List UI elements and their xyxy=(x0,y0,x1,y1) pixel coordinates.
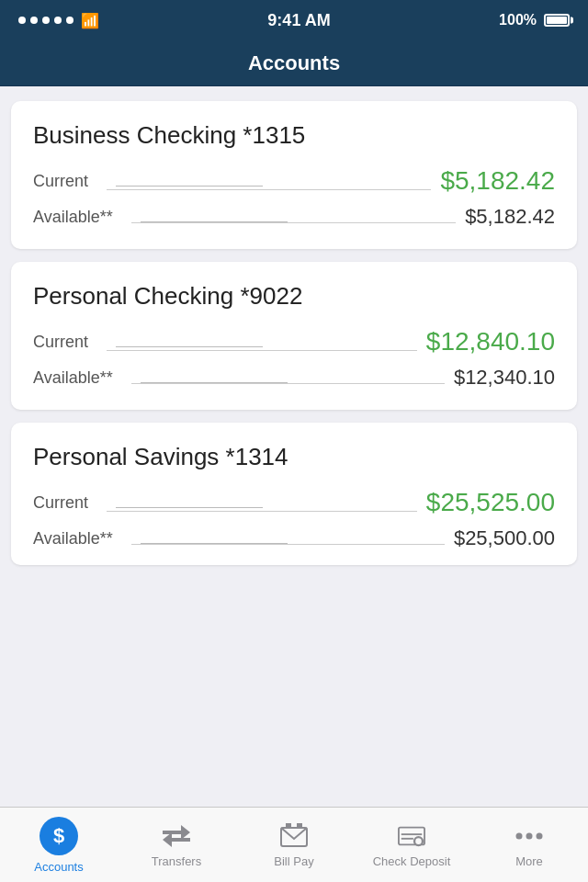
svg-rect-3 xyxy=(286,823,291,827)
current-value-1: $5,182.42 xyxy=(440,166,555,196)
current-value-2: $12,840.10 xyxy=(426,327,555,356)
row-divider xyxy=(131,222,456,223)
status-bar: 📶 9:41 AM 100% xyxy=(0,0,588,40)
status-right: 100% xyxy=(499,12,570,28)
transfers-icon xyxy=(163,822,190,850)
bill-pay-icon xyxy=(280,822,308,850)
row-divider xyxy=(107,350,417,351)
wifi-icon: 📶 xyxy=(81,12,99,29)
status-time: 9:41 AM xyxy=(267,11,330,30)
tab-bar: $ Accounts Transfers Bill Pay xyxy=(0,807,588,882)
account-card-personal-checking[interactable]: Personal Checking *9022 Current $12,840.… xyxy=(11,262,577,410)
available-row-1: Available** $5,182.42 xyxy=(33,205,555,229)
svg-point-11 xyxy=(526,832,533,839)
signal-dots xyxy=(18,17,74,24)
available-value-1: $5,182.42 xyxy=(465,205,555,229)
accounts-list: Business Checking *1315 Current $5,182.4… xyxy=(0,86,588,807)
current-label-2: Current xyxy=(33,333,97,352)
svg-point-10 xyxy=(516,832,523,839)
page-header: Accounts xyxy=(0,40,588,86)
account-card-business-checking[interactable]: Business Checking *1315 Current $5,182.4… xyxy=(11,101,577,249)
available-value-2: $12,340.10 xyxy=(454,366,555,390)
available-value-3: $25,500.00 xyxy=(454,526,555,550)
current-value-3: $25,525.00 xyxy=(426,488,555,517)
tab-more[interactable]: More xyxy=(470,808,588,882)
account-name-2: Personal Checking *9022 xyxy=(33,282,555,311)
tab-accounts-label: Accounts xyxy=(34,860,83,874)
row-divider xyxy=(131,383,445,384)
row-divider xyxy=(107,511,417,512)
current-row-3: Current $25,525.00 xyxy=(33,488,555,517)
svg-point-9 xyxy=(415,838,422,844)
tab-check-deposit-label: Check Deposit xyxy=(373,854,451,868)
current-row-1: Current $5,182.42 xyxy=(33,166,555,196)
available-row-3: Available** $25,500.00 xyxy=(33,526,555,550)
current-label-1: Current xyxy=(33,172,97,191)
tab-bill-pay-label: Bill Pay xyxy=(274,854,313,868)
battery-percent: 100% xyxy=(499,12,537,28)
row-divider xyxy=(107,189,431,190)
tab-transfers-label: Transfers xyxy=(152,854,201,868)
available-label-3: Available** xyxy=(33,529,122,548)
battery-icon xyxy=(544,14,570,27)
page-title: Accounts xyxy=(248,51,340,75)
check-deposit-icon xyxy=(398,822,425,850)
more-icon xyxy=(515,822,543,850)
tab-transfers[interactable]: Transfers xyxy=(118,808,235,882)
account-card-personal-savings[interactable]: Personal Savings *1314 Current $25,525.0… xyxy=(11,423,577,565)
available-row-2: Available** $12,340.10 xyxy=(33,366,555,390)
tab-bill-pay[interactable]: Bill Pay xyxy=(235,808,353,882)
current-row-2: Current $12,840.10 xyxy=(33,327,555,356)
account-name-3: Personal Savings *1314 xyxy=(33,443,555,471)
status-left: 📶 xyxy=(18,12,99,29)
svg-rect-4 xyxy=(297,823,302,827)
row-divider xyxy=(131,544,445,545)
accounts-tab-icon: $ xyxy=(40,817,78,855)
tab-check-deposit[interactable]: Check Deposit xyxy=(353,808,470,882)
account-name-1: Business Checking *1315 xyxy=(33,121,555,150)
tab-more-label: More xyxy=(515,854,543,868)
available-label-2: Available** xyxy=(33,368,122,388)
svg-point-12 xyxy=(537,832,543,839)
tab-accounts[interactable]: $ Accounts xyxy=(0,808,118,882)
available-label-1: Available** xyxy=(33,208,122,227)
current-label-3: Current xyxy=(33,493,97,513)
